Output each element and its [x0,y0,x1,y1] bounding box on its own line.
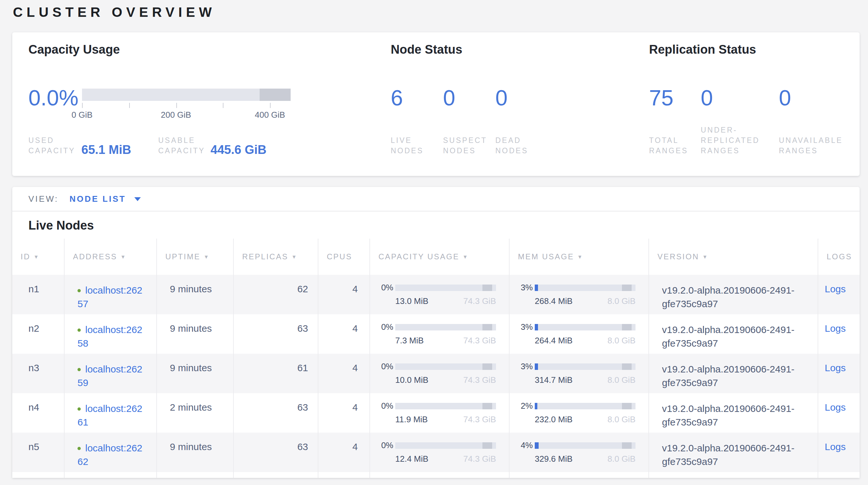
logs-link[interactable]: Logs [825,402,846,412]
column-header-id[interactable]: ID▼ [12,238,64,275]
node-address-link[interactable]: localhost:26261 [78,403,143,427]
mem-usage-cell: 3%264.4 MiB8.0 GiB [509,314,648,354]
node-address-cell: localhost:26258 [64,314,156,354]
node-address-link[interactable]: localhost:26258 [78,324,143,348]
table-cell-partial [318,472,369,478]
sort-caret-icon: ▼ [204,254,210,260]
mem-usage-track [535,324,636,330]
capacity-usage-bar: 0%7.3 MiB74.3 GiB [370,314,509,345]
mem-usage-fill [535,284,538,291]
gauge-tick [82,103,83,108]
column-header-address[interactable]: ADDRESS▼ [64,238,156,275]
table-cell-partial [233,472,318,478]
mem-usage-values: 329.6 MiB8.0 GiB [535,454,636,464]
total-ranges-value: 75 [649,87,674,109]
capacity-usage-percent: 0% [379,440,393,450]
column-header-capacity-usage[interactable]: CAPACITY USAGE▼ [369,238,509,275]
cluster-overview-page: CLUSTER OVERVIEW Capacity Usage Node Sta… [0,0,868,485]
mem-usage-track [535,403,636,409]
view-selector-bar: VIEW: NODE LIST [12,187,860,211]
view-label: VIEW: [28,194,58,204]
cluster-summary-card: Capacity Usage Node Status Replication S… [12,32,860,176]
gauge-tick-label: 200 GiB [161,110,191,120]
logs-link[interactable]: Logs [825,441,846,452]
gauge-tick-label: 0 GiB [71,110,92,120]
sort-caret-icon: ▼ [702,254,709,260]
mem-usage-used-value: 232.0 MiB [535,415,572,424]
mem-usage-percent: 3% [519,362,533,371]
logs-link[interactable]: Logs [825,362,846,373]
logs-cell: Logs [817,354,860,393]
usable-capacity-label: USABLECAPACITY [158,135,205,156]
capacity-usage-cell: 0%12.4 MiB74.3 GiB [369,433,509,472]
capacity-usage-percent: 0% [379,401,393,411]
node-address-link[interactable]: localhost:26262 [78,442,143,467]
view-dropdown[interactable]: NODE LIST [69,194,141,204]
table-row: n3localhost:262599 minutes6140%10.0 MiB7… [12,354,860,393]
logs-link[interactable]: Logs [825,283,846,294]
column-header-version[interactable]: VERSION▼ [648,238,817,275]
mem-usage-values: 268.4 MiB8.0 GiB [535,296,636,306]
node-version: v19.2.0-alpha.20190606-2491-gfe735c9a97 [648,354,817,393]
capacity-usage-max-value: 74.3 GiB [463,336,496,345]
node-address-link[interactable]: localhost:26257 [78,285,143,309]
mem-usage-cell: 3%314.7 MiB8.0 GiB [509,354,648,393]
table-cell-partial [12,472,64,478]
capacity-usage-used-value: 12.4 MiB [395,454,429,464]
capacity-usage-used-value: 13.0 MiB [395,296,429,306]
node-uptime: 2 minutes [156,393,233,433]
mem-usage-max-value: 8.0 GiB [608,296,636,306]
capacity-usage-track [395,442,496,449]
unavailable-ranges-value: 0 [779,87,791,109]
column-header-replicas[interactable]: REPLICAS▼ [233,238,318,275]
node-id: n2 [12,314,64,354]
node-uptime: 9 minutes [156,354,233,393]
mem-usage-bar-top: 3% [519,322,636,332]
mem-usage-fill [535,442,538,449]
used-capacity-value: 65.1 MiB [82,143,131,157]
capacity-usage-bar-top: 0% [379,283,496,292]
node-address-cell: localhost:26261 [64,393,156,433]
mem-usage-track [535,442,636,449]
table-row-partial [12,472,860,478]
column-header-mem-usage[interactable]: MEM USAGE▼ [509,238,648,275]
logs-link[interactable]: Logs [825,323,846,334]
capacity-usage-cell: 0%7.3 MiB74.3 GiB [369,314,509,354]
node-version: v19.2.0-alpha.20190606-2491-gfe735c9a97 [648,275,817,314]
capacity-usage-track [395,284,496,291]
capacity-usage-dark-segment [483,442,492,449]
mem-usage-track [535,284,636,291]
mem-usage-cell: 2%232.0 MiB8.0 GiB [509,393,648,433]
column-header-uptime[interactable]: UPTIME▼ [156,238,233,275]
table-cell-partial [64,472,156,478]
mem-usage-values: 264.4 MiB8.0 GiB [535,336,636,345]
mem-usage-used-value: 329.6 MiB [535,454,572,464]
capacity-usage-track [395,363,496,370]
node-version: v19.2.0-alpha.20190606-2491-gfe735c9a97 [648,314,817,354]
live-status-dot-icon [78,407,81,411]
live-nodes-title: Live Nodes [12,211,860,238]
node-address-cell: localhost:26257 [64,275,156,314]
under-replicated-ranges-value: 0 [701,87,713,109]
capacity-usage-dark-segment [483,363,492,370]
column-header-logs: LOGS [817,238,860,275]
under-replicated-ranges-label: UNDER-REPLICATEDRANGES [701,125,760,156]
mem-usage-max-value: 8.0 GiB [608,375,636,385]
column-header-label: MEM USAGE [518,252,574,261]
mem-usage-bar-top: 2% [519,401,636,411]
capacity-usage-values: 10.0 MiB74.3 GiB [395,375,496,385]
capacity-gauge: 0 GiB200 GiB400 GiB [82,89,290,127]
logs-cell: Logs [817,393,860,433]
capacity-usage-values: 13.0 MiB74.3 GiB [395,296,496,306]
node-version: v19.2.0-alpha.20190606-2491-gfe735c9a97 [648,433,817,472]
mem-usage-bar-top: 3% [519,283,636,292]
table-cell-partial [369,472,509,478]
node-address-link[interactable]: localhost:26259 [78,364,143,388]
usable-capacity-value: 445.6 GiB [211,143,267,157]
mem-usage-used-value: 268.4 MiB [535,296,572,306]
suspect-nodes-value: 0 [443,87,455,109]
mem-usage-bar-top: 4% [519,440,636,450]
node-uptime: 9 minutes [156,275,233,314]
mem-usage-dark-segment [622,324,631,330]
capacity-usage-used-value: 10.0 MiB [395,375,429,385]
